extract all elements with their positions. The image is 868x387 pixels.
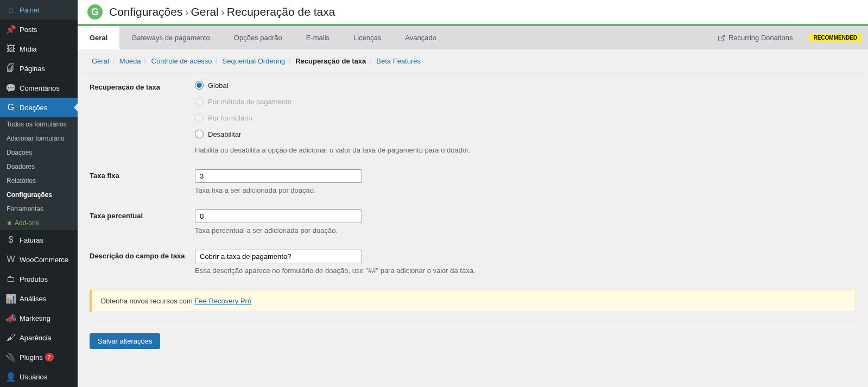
sidebar-item-produtos[interactable]: 🗀Produtos [0,269,78,289]
radio-per-gateway[interactable]: Por método de pagamento [195,97,856,106]
megaphone-icon: 📣 [5,313,16,323]
sidebar-item-woocommerce[interactable]: WWooCommerce [0,250,78,269]
sidebar-item-doacoes[interactable]: GDoações [0,98,78,117]
input-fixed-fee[interactable] [195,169,362,183]
sub-reports[interactable]: Relatórios [0,174,78,188]
svg-line-0 [721,35,724,38]
subtab-beta[interactable]: Beta Features [375,57,422,65]
sidebar-item-usuarios[interactable]: 👤Usuários [0,367,78,386]
sub-addons[interactable]: Add-ons [0,216,78,230]
subtab-fee-recovery[interactable]: Recuperação de taxa [294,57,367,65]
comments-icon: 💬 [5,83,16,93]
page-header: G Configurações›Geral›Recuperação de tax… [78,0,868,24]
label-fee-recovery: Recuperação de taxa [90,81,195,91]
invoice-icon: $ [5,234,16,245]
settings-subtabs: Geral| Moeda| Controle de acesso| Sequen… [79,49,867,73]
sidebar-item-posts[interactable]: 📌Posts [0,20,78,39]
sidebar-item-aparencia[interactable]: 🖌Aparência [0,328,78,347]
tab-licenses[interactable]: Licenças [341,26,393,49]
save-button[interactable]: Salvar alterações [90,333,160,349]
tab-emails[interactable]: E-mails [294,26,341,49]
sub-donations[interactable]: Doações [0,145,78,160]
sidebar-item-painel[interactable]: ⌂Painel [0,0,78,20]
main-content: G Configurações›Geral›Recuperação de tax… [78,0,868,387]
users-icon: 👤 [5,371,16,382]
input-fee-description[interactable] [195,250,362,263]
subtab-sequential[interactable]: Sequential Ordering [221,57,287,65]
analytics-icon: 📊 [5,293,16,304]
subtab-geral[interactable]: Geral [91,57,110,65]
label-fee-description: Descrição do campo de taxa [90,250,195,260]
sub-all-forms[interactable]: Todos os formulários [0,117,78,131]
upsell-notice: Obtenha novos recursos com Fee Recovery … [90,290,856,312]
products-icon: 🗀 [5,274,16,284]
sub-add-form[interactable]: Adicionar formulário [0,131,78,145]
media-icon: 🖾 [5,43,16,54]
sidebar-item-comentarios[interactable]: 💬Comentários [0,78,78,98]
sub-tools[interactable]: Ferramentas [0,202,78,216]
help-fixed-fee: Taxa fixa a ser adicionada por doação. [195,186,856,194]
pages-icon: 🗐 [5,63,16,74]
give-icon: G [5,102,16,113]
give-logo-icon: G [87,4,103,20]
input-pct-fee[interactable] [195,210,362,223]
subtab-moeda[interactable]: Moeda [118,57,142,65]
breadcrumb: Configurações›Geral›Recuperação de taxa [109,5,335,18]
settings-tabs: Geral Gateways de pagamento Opções padrã… [78,26,868,49]
help-fee-description: Essa descrição aparece no formulário de … [195,267,856,275]
sidebar-item-plugins[interactable]: 🔌Plugins2 [0,347,78,367]
radio-disable[interactable]: Desabilitar [195,130,856,138]
label-fixed-fee: Taxa fixa [90,169,195,180]
woo-icon: W [5,254,16,265]
radio-per-form[interactable]: Por formulário [195,113,856,122]
label-pct-fee: Taxa percentual [90,210,195,220]
sub-settings[interactable]: Configurações [0,188,78,202]
radio-global[interactable]: Global [195,81,856,90]
sidebar-item-faturas[interactable]: $Faturas [0,230,78,250]
admin-sidebar: ⌂Painel 📌Posts 🖾Mídia 🗐Páginas 💬Comentár… [0,0,78,387]
sidebar-item-marketing[interactable]: 📣Marketing [0,308,78,328]
fee-recovery-pro-link[interactable]: Fee Recovery Pro [194,297,251,305]
tab-defaults[interactable]: Opções padrão [222,26,294,49]
dashboard-icon: ⌂ [5,4,16,15]
sidebar-submenu: Todos os formulários Adicionar formulári… [0,117,78,230]
sub-donors[interactable]: Doadores [0,160,78,174]
sidebar-item-midia[interactable]: 🖾Mídia [0,39,78,59]
external-link-icon [718,34,725,42]
tab-recurring[interactable]: Recurring Donations [706,26,805,49]
pin-icon: 📌 [5,24,16,35]
subtab-acesso[interactable]: Controle de acesso [150,57,213,65]
plugins-count-badge: 2 [45,353,54,361]
sidebar-item-analises[interactable]: 📊Análises [0,289,78,308]
sidebar-item-paginas[interactable]: 🗐Páginas [0,59,78,78]
recommended-badge: RECOMMENDED [809,33,861,42]
tab-geral[interactable]: Geral [78,26,119,49]
help-fee-recovery: Habilita ou desabilita a opção de adicio… [195,146,856,154]
brush-icon: 🖌 [5,332,16,343]
tab-advanced[interactable]: Avançado [393,26,448,49]
help-pct-fee: Taxa percentual a ser adicionada por doa… [195,226,856,234]
plugin-icon: 🔌 [5,352,16,363]
tab-gateways[interactable]: Gateways de pagamento [119,26,222,49]
